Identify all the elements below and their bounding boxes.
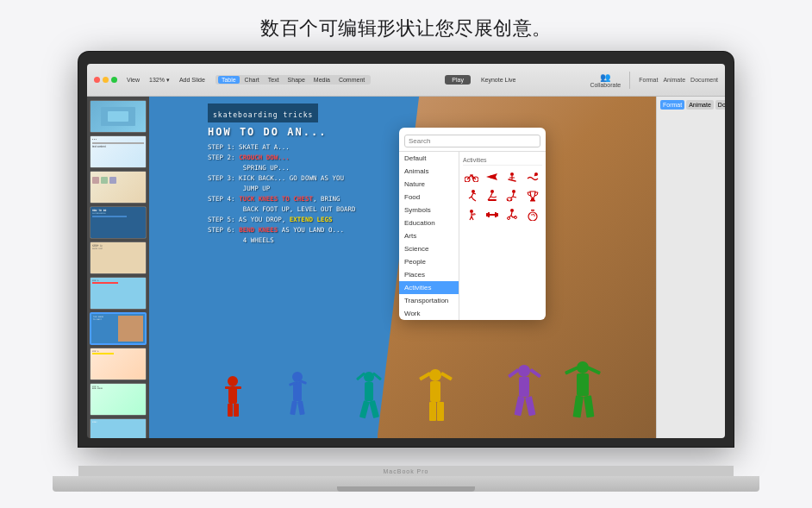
chart-tab[interactable]: Chart xyxy=(241,76,263,84)
zoom-button[interactable]: 132% ▾ xyxy=(146,75,173,85)
cat-places[interactable]: Places xyxy=(399,268,459,281)
svg-point-41 xyxy=(490,190,494,193)
cat-symbols[interactable]: Symbols xyxy=(399,204,459,216)
cat-arts[interactable]: Arts xyxy=(399,229,459,242)
shape-icon-bike[interactable] xyxy=(463,168,480,185)
macbook-chin: MacBook Pro xyxy=(78,466,734,476)
cat-transportation[interactable]: Transportation xyxy=(399,294,459,307)
slide-thumb-4[interactable]: HOW TO DO SKATEBOARDING xyxy=(90,206,147,239)
slide-thumb-10[interactable]: DONE! xyxy=(90,418,147,438)
minimize-window-btn[interactable] xyxy=(103,77,109,83)
shape-icon-ski[interactable] xyxy=(503,168,521,185)
svg-rect-25 xyxy=(577,373,589,396)
svg-point-18 xyxy=(429,369,441,381)
shapes-grid-header: Activities xyxy=(463,155,542,166)
table-tab[interactable]: Table xyxy=(218,76,240,84)
slide-thumb-3[interactable] xyxy=(90,171,147,204)
silhouette-blue xyxy=(283,370,313,425)
comment-tab[interactable]: Comment xyxy=(335,76,368,84)
svg-rect-42 xyxy=(488,199,497,201)
svg-point-58 xyxy=(528,212,537,221)
shapes-layout: Default Animals Nature Food Symbols Educ… xyxy=(399,152,546,320)
svg-point-55 xyxy=(510,209,514,212)
format-label[interactable]: Format xyxy=(639,77,658,83)
right-sidebar-tabs: Format Animate Document xyxy=(660,100,721,110)
svg-rect-35 xyxy=(525,396,535,416)
shapes-categories: Default Animals Nature Food Symbols Educ… xyxy=(399,152,459,320)
keynote-toolbar: View 132% ▾ Add Slide Table Chart Text S… xyxy=(87,64,725,97)
cat-science[interactable]: Science xyxy=(399,242,459,255)
svg-rect-47 xyxy=(531,198,534,200)
svg-rect-62 xyxy=(531,210,534,211)
slide-canvas[interactable]: skateboarding tricks HOW TO DO AN... STE… xyxy=(149,97,656,438)
cat-work[interactable]: Work xyxy=(399,307,459,320)
cat-people[interactable]: People xyxy=(399,255,459,268)
cat-education[interactable]: Education xyxy=(399,216,459,229)
slide-thumb-9[interactable]: STEP 6: BEND KNEES xyxy=(90,383,147,416)
svg-point-45 xyxy=(507,199,509,201)
shapes-popup[interactable]: Default Animals Nature Food Symbols Educ… xyxy=(399,128,546,320)
shape-icon-plane[interactable] xyxy=(484,168,501,185)
shape-icon-skate[interactable] xyxy=(503,187,521,204)
slide-thumb-1[interactable] xyxy=(90,100,147,133)
shape-icon-run[interactable] xyxy=(463,187,480,204)
slide-background: skateboarding tricks HOW TO DO AN... STE… xyxy=(149,97,656,438)
cat-activities[interactable]: Activities xyxy=(399,281,459,294)
rs-tab-document[interactable]: Document xyxy=(715,100,725,110)
view-button[interactable]: View xyxy=(123,75,143,85)
shape-icon-weights[interactable] xyxy=(484,206,501,223)
slide-thumb-7[interactable]: TUCK KNEES TO CHEST xyxy=(90,312,147,345)
cat-nature[interactable]: Nature xyxy=(399,178,459,191)
right-sidebar: Format Animate Document xyxy=(656,97,725,438)
shape-icon-trophy[interactable] xyxy=(524,187,541,204)
shape-icon-surf[interactable] xyxy=(484,187,501,204)
toolbar-separator xyxy=(629,72,630,89)
shape-icon-boxing[interactable] xyxy=(463,206,480,223)
rs-tab-animate[interactable]: Animate xyxy=(686,100,714,110)
silhouette-yellow xyxy=(416,367,455,431)
highlight-tuck: TUCK KNEES TO CHEST xyxy=(239,195,313,203)
shape-icon-bowling[interactable] xyxy=(524,206,541,223)
svg-rect-11 xyxy=(297,400,305,415)
svg-rect-22 xyxy=(429,402,436,421)
shape-icon-soccer[interactable] xyxy=(503,206,521,223)
collaborate-label[interactable]: Collaborate xyxy=(590,82,621,88)
media-tab[interactable]: Media xyxy=(310,76,334,84)
slide-panel[interactable]: • • • text content xyxy=(87,97,149,438)
svg-rect-7 xyxy=(293,382,302,401)
svg-point-12 xyxy=(364,372,374,382)
cat-animals[interactable]: Animals xyxy=(399,165,459,178)
cat-default[interactable]: Default xyxy=(399,152,459,165)
add-slide-button[interactable]: Add Slide xyxy=(176,75,209,85)
keynote-live-button[interactable]: Keynote Live xyxy=(478,75,519,85)
document-label[interactable]: Document xyxy=(690,77,718,83)
animate-label[interactable]: Animate xyxy=(663,77,685,83)
toolbar-left-group: View 132% ▾ Add Slide xyxy=(94,75,209,85)
highlight-crouch: CROUCH DOW... xyxy=(239,154,290,161)
svg-rect-10 xyxy=(290,400,297,415)
highlight-bend: BEND KNEES xyxy=(239,226,278,234)
text-tab[interactable]: Text xyxy=(265,76,283,84)
svg-rect-26 xyxy=(565,366,578,374)
macbook-base xyxy=(53,476,759,492)
slide-thumb-6[interactable]: STEP 2: xyxy=(90,277,147,310)
svg-rect-53 xyxy=(495,212,497,217)
slide-thumb-8[interactable]: STEP 5: xyxy=(90,348,147,380)
close-window-btn[interactable] xyxy=(94,77,100,83)
slide-thumb-2[interactable]: • • • text content xyxy=(90,135,147,168)
slide-thumb-5[interactable]: STEP 1: SKATE FAST xyxy=(90,241,147,274)
shapes-icons-grid xyxy=(463,168,542,223)
svg-point-46 xyxy=(510,199,512,201)
shape-tab[interactable]: Shape xyxy=(284,76,309,84)
screen-bezel: View 132% ▾ Add Slide Table Chart Text S… xyxy=(78,52,734,447)
title-bar: skateboarding tricks xyxy=(208,103,318,122)
cat-food[interactable]: Food xyxy=(399,191,459,204)
svg-rect-16 xyxy=(359,400,370,418)
play-button[interactable]: Play xyxy=(445,75,471,85)
collaborate-group: 👥 Collaborate xyxy=(590,72,621,88)
maximize-window-btn[interactable] xyxy=(111,77,117,83)
shape-icon-swim[interactable] xyxy=(524,168,541,185)
svg-point-49 xyxy=(470,210,473,213)
rs-tab-format[interactable]: Format xyxy=(660,100,684,110)
shapes-search-input[interactable] xyxy=(404,135,540,147)
